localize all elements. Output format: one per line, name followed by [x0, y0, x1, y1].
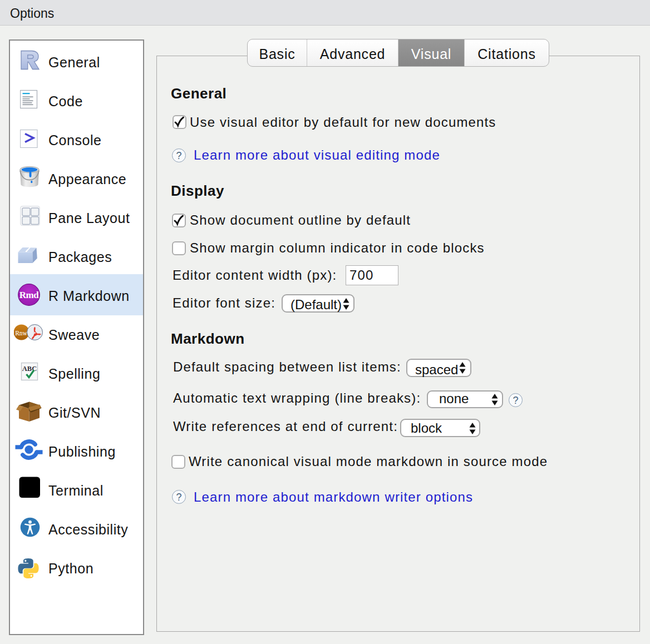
svg-text:ABC: ABC [22, 365, 37, 373]
svg-text:Rmd: Rmd [19, 290, 39, 300]
svg-text:Rnw: Rnw [15, 330, 27, 336]
